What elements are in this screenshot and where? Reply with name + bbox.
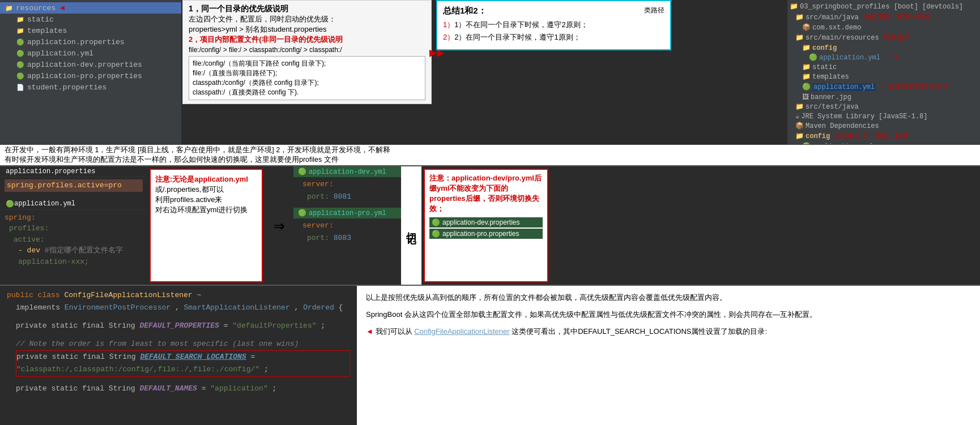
summary-box: 总结1和2： 类路径 1）1）不在同一个目录下时候，遵守2原则； 2）2）在同一… — [436, 0, 671, 50]
editor-left: application.properties spring.profiles.a… — [0, 166, 147, 285]
file-tree-app-dev-prop[interactable]: 🟢 application-dev.properties — [0, 59, 181, 70]
file-tree-student-prop[interactable]: 📄 student.properties — [0, 81, 181, 93]
pt-src-main-res[interactable]: 📁 src/main/resources 同类路径 — [787, 32, 980, 43]
bottom-row: public class ConfigFileApplicationListen… — [0, 285, 980, 425]
dev-prop-indicator: 🟢 application-dev.properties — [429, 217, 543, 227]
summary-item-2: 2）2）在同一个目录下时候，遵守1原则； — [443, 32, 664, 42]
pro-prop-indicator: 🟢 application-pro.properties — [429, 229, 543, 239]
pt-banner[interactable]: 🖼 banner.jpg — [787, 92, 980, 102]
code-line-2: implements EnvironmentPostProcessor , Sm… — [7, 302, 350, 314]
pro-yaml-code: server: port: 8083 — [293, 218, 401, 246]
arrow-to-summary: ▶▶ — [429, 45, 445, 61]
pt-app-yml-2[interactable]: 🟢 application.yml → 1 — [787, 141, 980, 144]
pt-static[interactable]: 📁 static — [787, 62, 980, 72]
prop-icon-3: 🟢 — [16, 71, 25, 80]
prop-icon-2: 🟢 — [16, 60, 25, 69]
pt-jre[interactable]: ☕ JRE System Library [JavaSE-1.8] — [787, 111, 980, 121]
code-app-properties: spring.profiles.active=pro — [0, 177, 147, 194]
dev-yaml-tab[interactable]: 🟢 application-dev.yml — [293, 166, 401, 177]
pt-test[interactable]: 📁 src/test/java — [787, 102, 980, 111]
annotation-priority: 1，同一个目录的优先级说明 左边四个文件，配置后，同时启动的优先级： prope… — [182, 0, 432, 104]
pt-config[interactable]: 📁 config — [787, 43, 980, 53]
summary-title: 总结1和2： — [443, 6, 664, 16]
file-tree-templates[interactable]: 📁 templates — [0, 25, 181, 36]
pro-yaml-tab[interactable]: 🟢 application-pro.yml — [293, 208, 401, 218]
config-listener-link[interactable]: ConfigFileApplicationListener — [414, 327, 509, 336]
code-comment: // Note the order is from least to most … — [16, 338, 350, 350]
file-tree-app-yml[interactable]: 🟢 application.yml — [0, 48, 181, 59]
dev-pro-panel: 🟢 application-dev.yml server: port: 8081… — [293, 166, 401, 285]
file-tree-app-prop[interactable]: 🟢 application.properties — [0, 36, 181, 48]
dev-yaml-code: server: port: 8081 — [293, 177, 401, 204]
code-line-1: public class ConfigFileApplicationListen… — [7, 289, 350, 302]
pt-config2[interactable]: 📁 config 当前项目下，即第二目录 — [787, 131, 980, 141]
para-3: ◄ 我们可以从 ConfigFileApplicationListener 这类… — [366, 325, 971, 338]
folder-icon: 📁 — [5, 3, 14, 12]
pt-maven[interactable]: 📦 Maven Dependencies — [787, 121, 980, 131]
code-app-yml: spring: profiles: active: - dev #指定哪个配置文… — [0, 210, 147, 270]
pt-com-sxt[interactable]: 📦 com.sxt.demo — [787, 23, 980, 32]
pt-app-yml-direct[interactable]: 🟢 application.yml → 直接当前类路径下 4 — [787, 81, 980, 92]
project-tree: 📁 03_springboot_profiles [boot] [devtool… — [787, 0, 980, 144]
file-tree: 📁 resources ◄ 📁 static 📁 templates 🟢 app… — [0, 0, 181, 144]
pt-src-main-java[interactable]: 📁 src/main/java 当前项目，即第一目录 ← — [787, 12, 980, 23]
pt-templates[interactable]: 📁 templates — [787, 72, 980, 81]
note-box-right: 注意：application-dev/pro.yml后缀yml不能改变为下面的p… — [424, 169, 548, 282]
top-row: 📁 resources ◄ 📁 static 📁 templates 🟢 app… — [0, 0, 980, 144]
code-line-highlight: private static final String DEFAULT_SEAR… — [16, 350, 350, 376]
tab-app-properties[interactable]: application.properties — [0, 166, 147, 177]
code-line-3: private static final String DEFAULT_PROP… — [7, 320, 350, 332]
code-line-names: private static final String DEFAULT_NAME… — [16, 383, 350, 395]
annotation-mid: 注意:无论是application.yml 或/.properties,都可以 … — [150, 169, 263, 282]
para-1: 以上是按照优先级从高到低的顺序，所有位置的文件都会被加载，高优先级配置内容会覆盖… — [366, 291, 971, 304]
prop-icon-4: 📄 — [16, 83, 25, 92]
cut-text: 切记 — [401, 166, 421, 285]
folder-icon-static: 📁 — [16, 15, 25, 24]
arrow-mid: ⇒ — [265, 166, 293, 285]
prop-icon-1: 🟢 — [16, 37, 25, 46]
file-tree-static[interactable]: 📁 static — [0, 14, 181, 25]
folder-icon-templates: 📁 — [16, 26, 25, 35]
info-band: 在开发中，一般有两种环境 1，生产环境 [项目上线，客户在使用中，就是生产环境]… — [0, 144, 980, 166]
bottom-left-code: public class ConfigFileApplicationListen… — [0, 286, 357, 425]
summary-item-1: 1）1）不在同一个目录下时候，遵守2原则； — [443, 20, 664, 30]
tab-app-yml[interactable]: 🟢 application.yml — [0, 199, 147, 210]
file-tree-resources[interactable]: 📁 resources ◄ — [0, 2, 181, 14]
main-container: 📁 resources ◄ 📁 static 📁 templates 🟢 app… — [0, 0, 980, 425]
project-tree-title: 📁 03_springboot_profiles [boot] [devtool… — [787, 1, 980, 12]
bottom-right-text: 以上是按照优先级从高到低的顺序，所有位置的文件都会被加载，高优先级配置内容会覆盖… — [357, 286, 980, 425]
pt-app-yml-config[interactable]: 🟢 application.yml → 3 — [787, 53, 980, 62]
para-2: SpringBoot 会从这四个位置全部加载主配置文件，如果高优先级中配置属性与… — [366, 308, 971, 321]
file-tree-app-pro-prop[interactable]: 🟢 application-pro.properties — [0, 70, 181, 81]
annotation-title-1: 1，同一个目录的优先级说明 — [189, 4, 425, 14]
sub-box-priority: file:/config/（当前项目下路径 config 目录下); file:… — [189, 56, 425, 100]
mid-row: application.properties spring.profiles.a… — [0, 166, 980, 285]
annotation-title-2: 2，项目内部配置文件(非同一目录的优先级说明 — [189, 35, 425, 45]
yaml-icon-1: 🟢 — [16, 49, 25, 58]
